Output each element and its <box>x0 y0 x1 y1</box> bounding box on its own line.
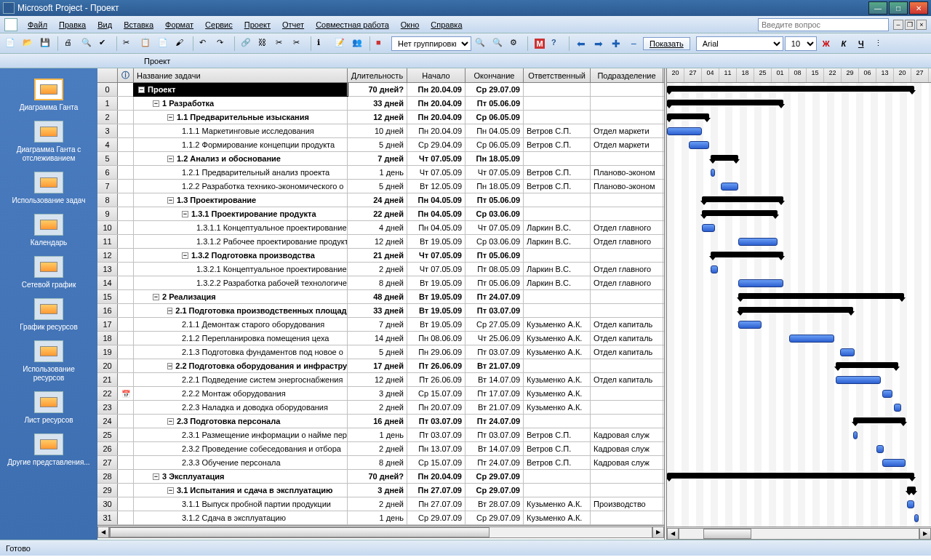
cell-name[interactable]: −1.3 Проектирование <box>134 193 348 207</box>
gantt-task-bar[interactable] <box>789 335 834 343</box>
cell-name[interactable]: −1.3.1 Проектирование продукта <box>134 207 348 220</box>
cell-responsible[interactable]: Ветров С.П. <box>524 442 591 455</box>
cell-responsible[interactable] <box>524 470 591 483</box>
cell-department[interactable] <box>591 290 663 303</box>
cell-info[interactable] <box>118 97 134 110</box>
cell-info[interactable] <box>118 166 134 179</box>
gantt-task-bar[interactable] <box>894 404 901 412</box>
gantt-summary-bar[interactable] <box>702 196 783 202</box>
menu-отчет[interactable]: Отчет <box>276 19 310 31</box>
menu-окно[interactable]: Окно <box>395 19 425 31</box>
gantt-summary-bar[interactable] <box>667 113 709 119</box>
table-row[interactable]: 22📅2.2.2 Монтаж оборудования3 днейСр 15.… <box>97 387 664 401</box>
font-size-select[interactable]: 10 <box>785 36 817 51</box>
cell-info[interactable] <box>118 249 134 262</box>
cell-start[interactable]: Пн 27.07.09 <box>407 484 466 497</box>
cell-responsible[interactable] <box>524 249 591 262</box>
cell-responsible[interactable]: Кузьменко А.К. <box>524 318 591 331</box>
header-duration[interactable]: Длительность <box>348 68 407 82</box>
header-info[interactable]: ⓘ <box>118 68 134 82</box>
redo-button[interactable]: ↷ <box>215 36 231 52</box>
cell-start[interactable]: Ср 29.04.09 <box>407 138 466 151</box>
ask-question-input[interactable] <box>758 18 889 31</box>
gantt-summary-bar[interactable] <box>667 473 914 479</box>
outline-toggle[interactable]: − <box>167 487 174 494</box>
row-number[interactable]: 30 <box>97 497 118 511</box>
more-formatting-button[interactable]: ⋮ <box>871 36 887 52</box>
open-button[interactable]: 📂 <box>20 36 36 52</box>
table-row[interactable]: 182.1.2 Перепланировка помещения цеха14 … <box>97 332 664 345</box>
cell-info[interactable] <box>118 470 134 483</box>
cell-end[interactable]: Ср 29.07.09 <box>466 83 524 96</box>
cell-name[interactable]: 2.1.2 Перепланировка помещения цеха <box>134 332 348 345</box>
cell-start[interactable]: Вт 19.05.09 <box>407 235 466 248</box>
cell-department[interactable] <box>591 470 663 483</box>
cell-start[interactable]: Пн 13.07.09 <box>407 442 466 455</box>
row-number[interactable]: 1 <box>97 97 118 110</box>
cell-department[interactable] <box>591 415 663 428</box>
cell-start[interactable]: Вт 19.05.09 <box>407 276 466 289</box>
cell-duration[interactable]: 3 дней <box>348 484 407 497</box>
row-number[interactable]: 7 <box>97 180 118 193</box>
row-number[interactable]: 15 <box>97 290 118 303</box>
row-number[interactable]: 11 <box>97 235 118 248</box>
cell-responsible[interactable] <box>524 152 591 165</box>
row-number[interactable]: 17 <box>97 318 118 331</box>
cell-info[interactable] <box>118 207 134 220</box>
row-number[interactable]: 20 <box>97 359 118 372</box>
row-number[interactable]: 23 <box>97 401 118 414</box>
cell-name[interactable]: −3 Эксплуатация <box>134 470 348 483</box>
cell-department[interactable]: Отдел главного <box>591 221 663 234</box>
table-row[interactable]: 141.3.2.2 Разработка рабочей технологиче… <box>97 276 664 290</box>
cell-duration[interactable]: 22 дней <box>348 207 407 220</box>
table-row[interactable]: 15−2 Реализация48 днейВт 19.05.09Пт 24.0… <box>97 290 664 304</box>
gantt-task-bar[interactable] <box>914 514 919 522</box>
cell-info[interactable] <box>118 511 134 524</box>
table-row[interactable]: 24−2.3 Подготовка персонала16 днейПт 03.… <box>97 415 664 428</box>
task-info-button[interactable]: ℹ <box>315 36 331 52</box>
table-row[interactable]: 192.1.3 Подготовка фундаментов под новое… <box>97 345 664 359</box>
row-number[interactable]: 16 <box>97 304 118 317</box>
gantt-summary-bar[interactable] <box>738 307 853 313</box>
cell-duration[interactable]: 8 дней <box>348 276 407 289</box>
cell-info[interactable] <box>118 415 134 428</box>
cell-start[interactable]: Пн 20.04.09 <box>407 83 466 96</box>
cell-duration[interactable]: 12 дней <box>348 111 407 124</box>
cell-duration[interactable]: 70 дней? <box>348 83 407 96</box>
table-row[interactable]: 9−1.3.1 Проектирование продукта22 днейПн… <box>97 207 664 221</box>
cell-start[interactable]: Пн 20.04.09 <box>407 97 466 110</box>
cell-end[interactable]: Ср 27.05.09 <box>466 318 524 331</box>
cell-start[interactable]: Пн 20.04.09 <box>407 111 466 124</box>
cell-responsible[interactable]: Кузьменко А.К. <box>524 387 591 400</box>
cell-department[interactable] <box>591 387 663 400</box>
cell-start[interactable]: Пн 27.07.09 <box>407 497 466 511</box>
table-row[interactable]: 303.1.1 Выпуск пробной партии продукции2… <box>97 497 664 511</box>
cell-end[interactable]: Пт 03.07.09 <box>466 345 524 359</box>
cell-duration[interactable]: 2 дней <box>348 401 407 414</box>
cell-name[interactable]: 2.2.3 Наладка и доводка оборудования <box>134 401 348 414</box>
table-hscroll[interactable]: ◀ ▶ <box>97 525 664 538</box>
gantt-timescale[interactable]: 202704111825010815222906132027 <box>667 68 931 83</box>
view-3[interactable]: Календарь <box>5 209 92 252</box>
cell-department[interactable]: Отдел капиталь <box>591 318 663 331</box>
table-row[interactable]: 8−1.3 Проектирование24 днейПн 04.05.09Пт… <box>97 193 664 207</box>
gantt-task-bar[interactable] <box>738 321 762 329</box>
cell-start[interactable]: Чт 07.05.09 <box>407 249 466 262</box>
cell-duration[interactable]: 48 дней <box>348 290 407 303</box>
header-end[interactable]: Окончание <box>466 68 524 82</box>
cell-name[interactable]: 1.3.2.2 Разработка рабочей технологиче <box>134 276 348 289</box>
cell-duration[interactable]: 3 дней <box>348 387 407 400</box>
cell-info[interactable] <box>118 497 134 511</box>
unlink-tasks-button[interactable]: ✂ <box>273 36 289 52</box>
link-tasks-button[interactable]: ⛓ <box>256 36 272 52</box>
menu-правка[interactable]: Правка <box>53 19 92 31</box>
gantt-task-bar[interactable] <box>667 127 702 135</box>
row-number[interactable]: 3 <box>97 124 118 137</box>
gantt-task-bar[interactable] <box>882 390 892 398</box>
cell-responsible[interactable]: Ветров С.П. <box>524 428 591 441</box>
cell-info[interactable] <box>118 221 134 234</box>
gantt-task-bar[interactable] <box>840 348 855 356</box>
cell-info[interactable] <box>118 304 134 317</box>
cell-department[interactable] <box>591 207 663 220</box>
cell-end[interactable]: Ср 06.05.09 <box>466 138 524 151</box>
